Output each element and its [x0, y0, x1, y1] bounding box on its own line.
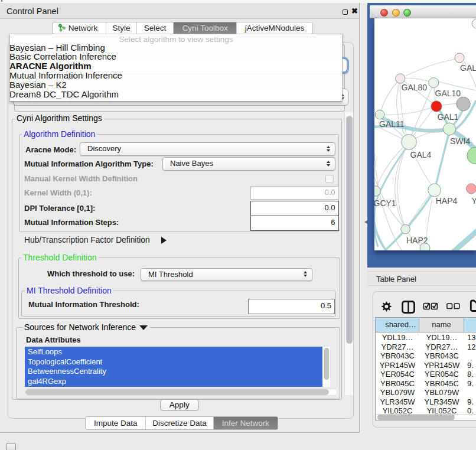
svg-text:GAL1: GAL1 [438, 112, 459, 122]
svg-text:GAL80: GAL80 [402, 83, 428, 92]
svg-text:Y: Y [472, 196, 476, 206]
svg-text:GAL4: GAL4 [410, 150, 432, 159]
svg-text:GAL11: GAL11 [379, 119, 405, 129]
svg-text:SWI4: SWI4 [450, 136, 470, 146]
svg-text:GAL7: GAL7 [460, 63, 476, 73]
svg-text:GAL10: GAL10 [435, 89, 461, 98]
svg-text:HAP4: HAP4 [436, 196, 458, 206]
svg-text:HAP2: HAP2 [406, 236, 428, 245]
svg-text:GCY1: GCY1 [374, 198, 396, 208]
